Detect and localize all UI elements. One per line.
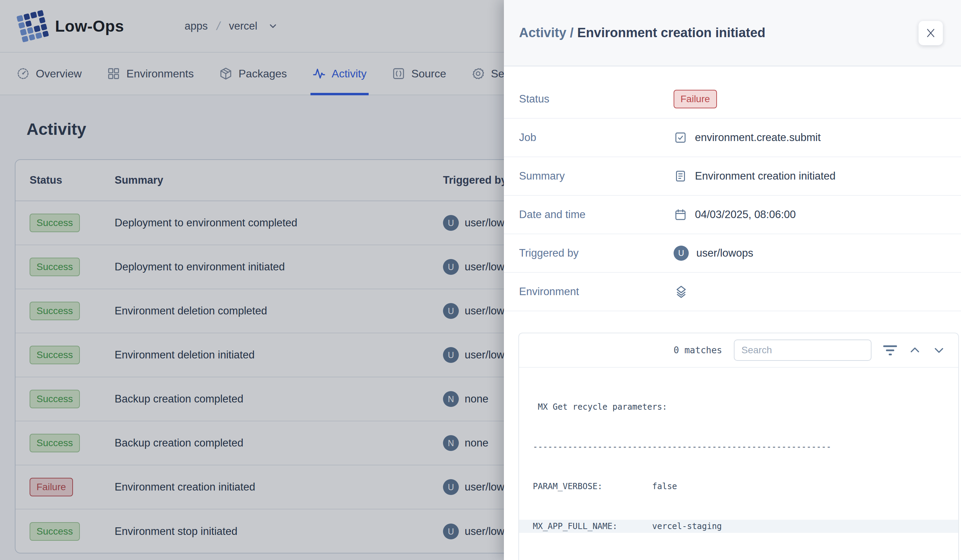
chevron-down-icon[interactable] (933, 344, 945, 356)
close-button[interactable] (918, 21, 943, 45)
field-label: Job (519, 132, 673, 144)
match-count: 0 matches (673, 345, 722, 355)
log-content[interactable]: MX Get recycle parameters: -------------… (519, 368, 958, 560)
log-line: ----------------------------------------… (519, 440, 958, 454)
search-input[interactable] (734, 340, 871, 361)
calendar-icon (673, 208, 687, 221)
document-icon (673, 169, 687, 183)
triggered-by-value: user/lowops (696, 247, 753, 259)
log-line: MX Get recycle parameters: (519, 400, 958, 414)
summary-value: Environment creation initiated (695, 170, 836, 182)
status-badge: Failure (673, 90, 717, 108)
activity-detail-panel: Activity / Environment creation initiate… (504, 0, 961, 560)
field-label: Environment (519, 286, 673, 298)
field-environment: Environment (504, 273, 961, 311)
layers-icon (673, 284, 689, 299)
log-line: PARAM_VERBOSE: false (519, 480, 958, 493)
panel-header: Activity / Environment creation initiate… (504, 0, 961, 66)
panel-title: Activity / Environment creation initiate… (519, 26, 765, 40)
field-label: Summary (519, 170, 673, 182)
field-label: Date and time (519, 209, 673, 221)
chevron-up-icon[interactable] (909, 344, 921, 356)
field-summary: Summary Environment creation initiated (504, 157, 961, 196)
log-viewer: 0 matches MX Get recycle parameters: ---… (518, 333, 959, 560)
field-datetime: Date and time 04/03/2025, 08:06:00 (504, 196, 961, 234)
panel-title-prefix: Activity / (519, 26, 577, 40)
avatar: U (673, 246, 689, 261)
close-icon (925, 27, 936, 39)
panel-title-text: Environment creation initiated (577, 26, 765, 40)
log-toolbar: 0 matches (519, 333, 958, 368)
panel-fields: Status Failure Job environment.create.su… (504, 66, 961, 311)
job-value: environment.create.submit (695, 132, 821, 144)
log-line-highlighted: MX_APP_FULL_NAME: vercel-staging (519, 520, 958, 533)
field-job: Job environment.create.submit (504, 119, 961, 157)
filter-icon[interactable] (883, 345, 897, 355)
checkbox-icon (673, 131, 687, 144)
field-label: Triggered by (519, 247, 673, 259)
field-status: Status Failure (504, 80, 961, 119)
field-label: Status (519, 93, 673, 105)
field-triggered-by: Triggered by U user/lowops (504, 234, 961, 273)
datetime-value: 04/03/2025, 08:06:00 (695, 209, 796, 221)
